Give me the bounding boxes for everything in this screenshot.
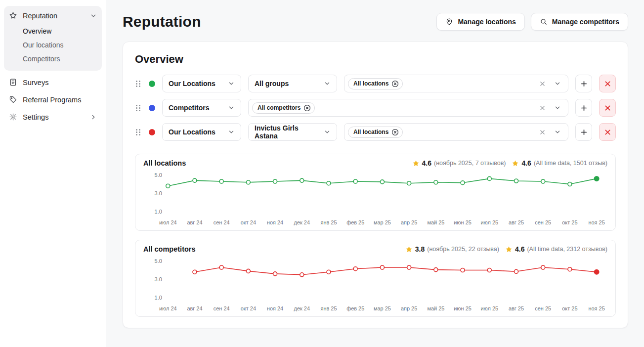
chart-header: All competitors 3.8 (ноябрь 2025, 22 отз…: [143, 245, 607, 253]
sidebar-item-competitors[interactable]: Competitors: [23, 52, 102, 66]
map-pin-icon: [445, 18, 453, 26]
svg-text:июн 25: июн 25: [454, 305, 472, 311]
svg-text:авг 25: авг 25: [509, 305, 524, 311]
selected-chip[interactable]: All locations: [348, 78, 403, 89]
drag-handle-icon[interactable]: [135, 80, 142, 88]
close-icon: [604, 104, 611, 112]
svg-text:окт 25: окт 25: [562, 219, 577, 225]
sidebar-item-settings[interactable]: Settings: [4, 108, 102, 126]
svg-text:5.0: 5.0: [155, 172, 162, 178]
svg-text:авг 24: авг 24: [187, 305, 202, 311]
rating-value: 4.6: [515, 245, 524, 253]
source-type-select[interactable]: Competitors: [162, 99, 241, 117]
filter-row-competitors: Competitors All competitors: [135, 99, 616, 117]
drag-handle-icon[interactable]: [135, 128, 142, 136]
remove-filter-row-button[interactable]: [599, 75, 616, 92]
chevron-down-icon[interactable]: [554, 104, 561, 111]
chevron-down-icon: [324, 129, 331, 135]
rating-note: (ноябрь 2025, 7 отзывов): [434, 160, 506, 167]
svg-text:сен 24: сен 24: [214, 305, 230, 311]
add-filter-row-button[interactable]: [575, 99, 592, 117]
remove-filter-row-button[interactable]: [599, 123, 616, 141]
remove-filter-row-button[interactable]: [599, 99, 616, 117]
chevron-right-icon: [90, 114, 97, 121]
svg-text:окт 25: окт 25: [562, 305, 577, 311]
chevron-down-icon: [228, 129, 235, 135]
chart-header: All locations 4.6 (ноябрь 2025, 7 отзыво…: [143, 159, 607, 167]
group-select[interactable]: Invictus Girls Astana: [248, 123, 337, 141]
sidebar-item-overview[interactable]: Overview: [23, 24, 102, 38]
manage-competitors-label: Manage competitors: [552, 18, 619, 26]
page-title: Reputation: [123, 13, 201, 30]
document-icon: [9, 78, 17, 87]
gear-icon: [9, 113, 17, 121]
chevron-down-icon: [324, 80, 331, 87]
svg-text:сен 24: сен 24: [214, 219, 230, 225]
manage-competitors-button[interactable]: Manage competitors: [531, 13, 628, 31]
plus-icon: [580, 104, 588, 112]
locations-multiselect[interactable]: All locations: [344, 123, 568, 141]
chart-rating-summary: 4.6 (ноябрь 2025, 7 отзывов) 4.6 (All ti…: [412, 159, 607, 167]
source-type-select[interactable]: Our Locations: [162, 123, 241, 141]
remove-chip-icon[interactable]: [303, 104, 311, 112]
svg-text:фев 25: фев 25: [346, 305, 364, 311]
remove-chip-icon[interactable]: [391, 80, 399, 87]
svg-text:ноя 24: ноя 24: [267, 305, 283, 311]
group-select[interactable]: All groups: [248, 75, 337, 92]
filter-row-our-locations: Our Locations All groups All locations: [135, 75, 616, 92]
svg-text:ноя 25: ноя 25: [588, 219, 604, 225]
chevron-down-icon: [90, 12, 97, 19]
locations-multiselect[interactable]: All locations: [344, 75, 568, 92]
clear-selection-icon[interactable]: [539, 129, 546, 135]
chart-card-all-competitors: All competitors 3.8 (ноябрь 2025, 22 отз…: [135, 240, 616, 317]
remove-chip-icon[interactable]: [391, 129, 399, 136]
sidebar-item-label: Surveys: [23, 79, 97, 87]
main-content: Reputation Manage locations Manage compe…: [106, 0, 644, 347]
selected-chip[interactable]: All locations: [348, 127, 403, 138]
sidebar-item-reputation[interactable]: Reputation: [4, 7, 102, 24]
svg-text:5.0: 5.0: [155, 258, 162, 264]
manage-locations-button[interactable]: Manage locations: [436, 13, 524, 31]
app-window: Reputation Overview Our locations Compet…: [0, 0, 644, 347]
clear-selection-icon[interactable]: [539, 105, 546, 111]
chevron-down-icon[interactable]: [554, 129, 561, 135]
sidebar-item-surveys[interactable]: Surveys: [4, 74, 102, 91]
svg-text:1.0: 1.0: [155, 295, 162, 301]
sidebar: Reputation Overview Our locations Compet…: [0, 0, 106, 347]
add-filter-row-button[interactable]: [575, 75, 592, 92]
svg-text:май 25: май 25: [427, 305, 444, 311]
svg-text:3.0: 3.0: [155, 190, 162, 196]
clear-selection-icon[interactable]: [539, 81, 546, 87]
rating-value: 4.6: [422, 159, 431, 167]
header-actions: Manage locations Manage competitors: [436, 13, 628, 31]
chart-rating-summary: 3.8 (ноябрь 2025, 22 отзыва) 4.6 (All ti…: [405, 245, 607, 253]
chart-card-all-locations: All locations 4.6 (ноябрь 2025, 7 отзыво…: [135, 154, 616, 231]
svg-text:ноя 24: ноя 24: [267, 219, 283, 225]
series-color-dot: [149, 129, 155, 135]
manage-locations-label: Manage locations: [458, 18, 515, 26]
svg-text:ноя 25: ноя 25: [588, 305, 604, 311]
drag-handle-icon[interactable]: [135, 104, 142, 112]
rating-period: 3.8 (ноябрь 2025, 22 отзыва): [405, 245, 499, 253]
sidebar-subnav: Overview Our locations Competitors: [4, 24, 102, 66]
source-type-select[interactable]: Our Locations: [162, 75, 241, 92]
competitors-multiselect[interactable]: All competitors: [248, 99, 568, 117]
rating-note: (All time data, 1501 отзыв): [534, 160, 607, 167]
svg-text:авг 24: авг 24: [187, 219, 202, 225]
add-filter-row-button[interactable]: [575, 123, 592, 141]
selected-chip[interactable]: All competitors: [252, 102, 315, 114]
plus-icon: [580, 80, 588, 87]
tag-icon: [9, 95, 17, 104]
sidebar-item-referral-programs[interactable]: Referral Programs: [4, 91, 102, 108]
filter-row-single-location: Our Locations Invictus Girls Astana All …: [135, 123, 616, 141]
sidebar-item-label: Referral Programs: [23, 96, 97, 104]
svg-text:май 25: май 25: [427, 219, 444, 225]
chevron-down-icon[interactable]: [554, 80, 561, 87]
star-icon: [412, 160, 420, 167]
chevron-down-icon: [228, 80, 235, 87]
sidebar-item-our-locations[interactable]: Our locations: [23, 38, 102, 52]
svg-text:янв 25: янв 25: [321, 219, 337, 225]
source-type-value: Our Locations: [169, 128, 215, 136]
rating-alltime: 4.6 (All time data, 2312 отзывов): [505, 245, 607, 253]
multiselect-controls: [539, 104, 561, 111]
